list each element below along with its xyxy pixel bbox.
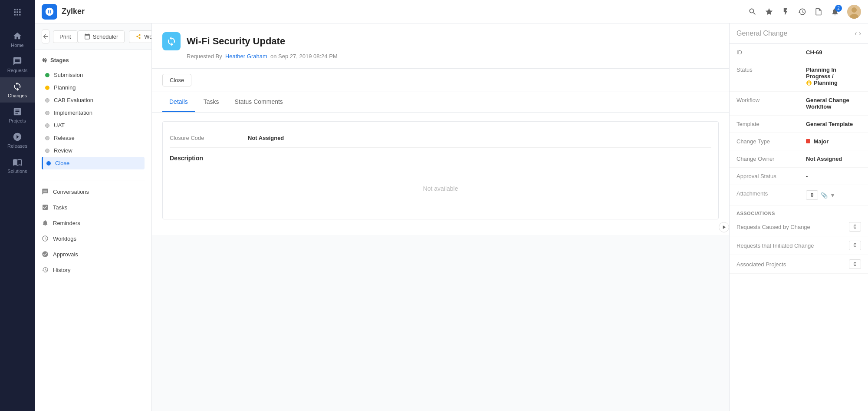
assoc-count-projects: 0 [849,259,861,269]
description-not-available: Not available [170,172,711,205]
nav-item-solutions[interactable]: Solutions [0,153,35,178]
rp-status-label: Status [736,66,806,73]
stage-dot-gray-4 [45,136,49,140]
svg-point-1 [852,7,857,13]
scheduler-button[interactable]: Scheduler [78,30,125,43]
stage-review[interactable]: Review [42,144,145,157]
expand-right-panel-button[interactable] [719,222,729,232]
tab-details[interactable]: Details [162,92,195,112]
stage-implementation[interactable]: Implementation [42,106,145,119]
right-panel: General Change ‹ › ID CH-69 Status Plann… [729,23,868,411]
tab-tasks[interactable]: Tasks [197,92,226,112]
stage-close[interactable]: Close [42,157,145,169]
stage-dot-gray-1 [45,98,49,103]
tabs-bar: Details Tasks Status Comments [152,92,729,113]
closure-code-row: Closure Code Not Assigned [170,129,711,148]
back-button[interactable] [42,30,49,43]
main-panel: Wi-Fi Security Update Requested By Heath… [152,23,729,411]
svg-point-5 [139,37,141,39]
stage-dot-gray-2 [45,111,49,115]
svg-point-3 [137,36,138,37]
svg-point-4 [139,34,141,36]
user-avatar[interactable] [847,5,861,19]
stage-uat[interactable]: UAT [42,119,145,132]
requester-link[interactable]: Heather Graham [225,53,267,60]
sidebar-item-history[interactable]: History [35,262,151,278]
next-change-button[interactable]: › [859,30,861,37]
rp-id-value: CH-69 [806,49,861,56]
sidebar-item-worklogs[interactable]: Worklogs [35,231,151,246]
star-button[interactable] [765,7,773,16]
logo-area: Zylker [42,4,85,20]
right-panel-header: General Change ‹ › [730,23,868,44]
top-bar: Zylker 2 [35,0,868,23]
stage-dot-gray-5 [45,149,49,153]
rp-change-owner-label: Change Owner [736,156,806,162]
attachments-count: 0 [806,190,818,200]
sidebar-item-approvals[interactable]: Approvals [35,246,151,262]
notification-badge: 2 [835,5,842,12]
rp-attachments-label: Attachments [736,190,806,197]
sidebar-item-tasks[interactable]: Tasks [35,199,151,215]
assoc-projects: Associated Projects 0 [730,255,868,274]
top-bar-actions: 2 [748,5,861,19]
close-btn-area: Close [152,69,729,92]
tab-status-comments[interactable]: Status Comments [228,92,290,112]
change-icon [162,32,181,50]
rp-id-label: ID [736,49,806,56]
stage-release[interactable]: Release [42,132,145,144]
sidebar-item-reminders[interactable]: Reminders [35,215,151,231]
rp-template-label: Template [736,121,806,127]
stages-section: Stages Submission Planning CAB Evaluatio… [35,50,151,176]
right-panel-title: General Change [736,30,787,37]
change-meta: Requested By Heather Graham on Sep 27, 2… [187,53,719,60]
nav-item-requests[interactable]: Requests [0,52,35,77]
sidebar-item-conversations[interactable]: Conversations [35,184,151,199]
change-title-row: Wi-Fi Security Update [162,32,719,50]
prev-change-button[interactable]: ‹ [855,30,857,37]
assoc-requests-caused: Requests Caused by Change 0 [730,218,868,236]
closure-code-label: Closure Code [170,135,248,141]
workflow-button[interactable]: Workflow [129,30,152,43]
rp-id-row: ID CH-69 [730,44,868,61]
rp-status-row: Status Planning In Progress / Planning [730,61,868,92]
lightning-button[interactable] [781,7,790,16]
change-title: Wi-Fi Security Update [187,36,285,47]
stage-dot-green [45,73,49,77]
attachments-dropdown[interactable]: ▾ [831,192,834,199]
search-button[interactable] [748,7,757,16]
stage-dot-orange [45,86,49,90]
nav-item-home[interactable]: Home [0,27,35,52]
rp-workflow-label: Workflow [736,97,806,103]
rp-approval-status-value: - [806,173,861,179]
stage-dot-gray-3 [45,123,49,128]
rp-change-type-label: Change Type [736,138,806,145]
rp-template-value: General Template [806,121,861,127]
assoc-count-requests-initiated: 0 [849,241,861,250]
stage-cab-evaluation[interactable]: CAB Evaluation [42,94,145,106]
change-type-dot [806,139,810,143]
stage-submission[interactable]: Submission [42,69,145,81]
change-header: Wi-Fi Security Update Requested By Heath… [152,23,729,69]
rp-approval-status-label: Approval Status [736,173,806,179]
page-action-bar: Print Scheduler Workflow Actions [35,23,151,50]
stage-planning[interactable]: Planning [42,81,145,94]
rp-change-owner-row: Change Owner Not Assigned [730,150,868,168]
doc-button[interactable] [814,7,823,16]
nav-item-projects[interactable]: Projects [0,103,35,128]
grid-icon[interactable] [10,4,25,20]
rp-change-owner-value: Not Assigned [806,156,861,162]
right-panel-nav: ‹ › [855,30,861,37]
action-bar-right: Scheduler Workflow Actions [78,30,152,43]
history-button[interactable] [798,7,806,16]
rp-change-type-row: Change Type Major [730,133,868,150]
print-button[interactable]: Print [53,30,78,43]
rp-workflow-value: General Change Workflow [806,97,861,110]
app-logo [42,4,57,20]
nav-item-changes[interactable]: Changes [0,77,35,103]
nav-item-releases[interactable]: Releases [0,128,35,153]
attachment-icon[interactable]: 📎 [821,192,828,199]
assoc-requests-initiated: Requests that Initiated Change 0 [730,236,868,255]
close-button[interactable]: Close [162,74,191,86]
notification-button[interactable]: 2 [831,7,839,16]
